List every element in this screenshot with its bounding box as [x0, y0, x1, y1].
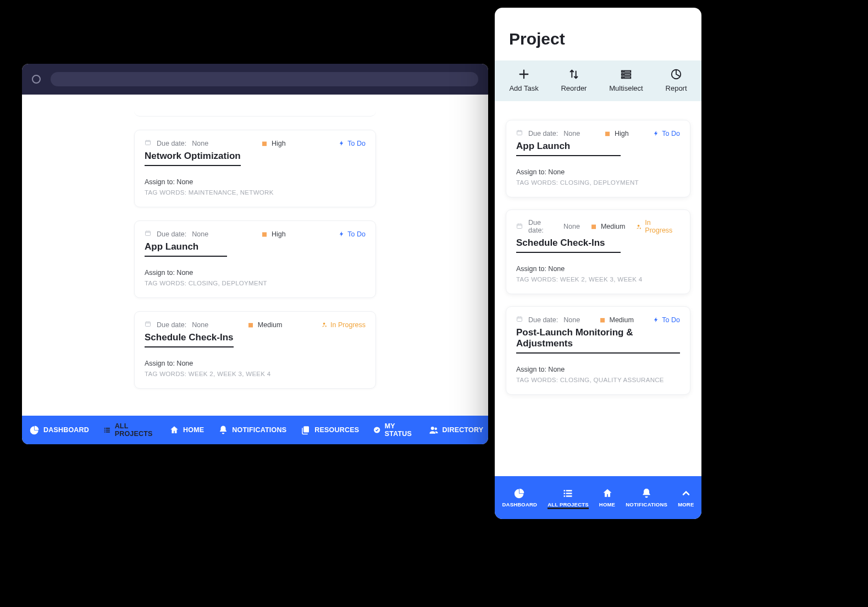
task-card[interactable]: Due date: None≣MediumIn ProgressSchedule… — [134, 311, 376, 389]
due-date-value: None — [192, 140, 208, 147]
nav-item-home[interactable]: HOME — [169, 425, 204, 435]
desktop-content: Due date: None≣HighTo DoNetwork Optimiza… — [22, 95, 488, 416]
calendar-icon — [145, 321, 151, 329]
task-title: Schedule Check-Ins — [145, 332, 234, 347]
nav-item-directory[interactable]: DIRECTORY — [429, 425, 484, 435]
mobile-task-list: Due date: None≣HighTo DoApp LaunchAssign… — [495, 101, 701, 476]
user-progress-icon — [322, 322, 328, 328]
priority-value: High — [272, 230, 286, 238]
nav-item-my-status[interactable]: MY STATUS — [373, 422, 414, 438]
due-date-value: None — [563, 316, 580, 324]
action-label: Multiselect — [609, 84, 643, 92]
priority-value: Medium — [258, 321, 282, 329]
list-icon — [562, 488, 573, 499]
list-icon — [103, 425, 111, 435]
task-title: Post-Launch Monitoring & Adjustments — [516, 327, 680, 354]
home-icon — [602, 488, 613, 499]
browser-chrome — [22, 64, 488, 95]
task-card[interactable]: Due date: None≣HighTo DoNetwork Optimiza… — [134, 130, 376, 207]
action-label: Report — [666, 84, 687, 92]
priority-value: Medium — [610, 316, 634, 324]
bolt-icon — [653, 130, 659, 136]
priority-icon: ≣ — [262, 230, 266, 238]
assign-row: Assign to: None — [516, 265, 680, 273]
tags-row: TAG WORDS: CLOSING, QUALITY ASSURANCE — [516, 377, 680, 383]
assign-row: Assign to: None — [145, 178, 366, 186]
mnav-label: ALL PROJECTS — [548, 501, 589, 507]
nav-item-all-projects[interactable]: ALL PROJECTS — [103, 422, 155, 438]
due-date-label: Due date: — [157, 321, 186, 329]
priority-icon: ≣ — [591, 223, 595, 230]
mobile-action-bar: Add TaskReorderMultiselectReport — [495, 60, 701, 101]
calendar-icon — [516, 129, 523, 137]
assign-row: Assign to: None — [516, 168, 680, 176]
status-badge: To Do — [653, 316, 680, 324]
copy-icon — [301, 425, 311, 435]
mnav-item-notifications[interactable]: NOTIFICATIONS — [626, 488, 667, 507]
nav-label: DIRECTORY — [443, 426, 484, 434]
nav-label: RESOURCES — [314, 426, 359, 434]
status-badge: To Do — [653, 130, 680, 137]
nav-label: DASHBOARD — [43, 426, 89, 434]
action-add-task[interactable]: Add Task — [509, 68, 538, 92]
calendar-icon — [145, 139, 151, 147]
desktop-task-list: Due date: None≣HighTo DoNetwork Optimiza… — [134, 102, 376, 389]
pie-icon — [670, 68, 682, 80]
bell-icon — [641, 488, 652, 499]
chart-pie-icon — [30, 425, 40, 435]
task-card[interactable]: Due date: None≣HighTo DoApp LaunchAssign… — [506, 120, 690, 197]
task-title: App Launch — [516, 141, 621, 156]
user-progress-icon — [636, 224, 642, 230]
nav-item-notifications[interactable]: NOTIFICATIONS — [218, 425, 286, 435]
bolt-icon — [339, 231, 345, 237]
mobile-frame: Project Add TaskReorderMultiselectReport… — [495, 8, 701, 519]
nav-item-resources[interactable]: RESOURCES — [301, 425, 359, 435]
status-text: In Progress — [330, 321, 366, 329]
assign-row: Assign to: None — [516, 366, 680, 373]
plus-icon — [518, 68, 530, 80]
mnav-label: NOTIFICATIONS — [626, 501, 667, 507]
desktop-bottom-nav: DASHBOARDALL PROJECTSHOMENOTIFICATIONSRE… — [22, 416, 488, 444]
nav-label: HOME — [183, 426, 204, 434]
mnav-label: HOME — [599, 501, 615, 507]
priority-value: High — [272, 140, 286, 147]
bell-icon — [218, 425, 228, 435]
calendar-icon — [516, 316, 523, 324]
mnav-label: MORE — [678, 501, 694, 507]
mobile-header: Project — [495, 8, 701, 60]
tags-row: TAG WORDS: WEEK 2, WEEK 3, WEEK 4 — [145, 371, 366, 377]
mnav-item-dashboard[interactable]: DASHBOARD — [502, 488, 538, 507]
chart-pie-icon — [514, 488, 525, 499]
browser-menu-dot[interactable] — [32, 75, 41, 84]
due-date-value: None — [563, 223, 580, 230]
nav-item-dashboard[interactable]: DASHBOARD — [30, 425, 89, 435]
action-multiselect[interactable]: Multiselect — [609, 68, 643, 92]
due-date-label: Due date: — [528, 219, 558, 234]
tags-row: TAG WORDS: CLOSING, DEPLOYMENT — [145, 280, 366, 286]
task-card[interactable]: Due date: None≣MediumTo DoPost-Launch Mo… — [506, 306, 690, 395]
due-date-value: None — [192, 321, 208, 329]
bolt-icon — [653, 317, 659, 323]
task-card[interactable]: Due date: None≣HighTo DoApp LaunchAssign… — [134, 220, 376, 298]
task-title: Network Optimization — [145, 151, 241, 166]
priority-icon: ≣ — [248, 321, 252, 329]
status-text: To Do — [347, 230, 366, 238]
priority-icon: ≣ — [600, 316, 604, 324]
status-text: To Do — [662, 316, 680, 324]
action-reorder[interactable]: Reorder — [561, 68, 587, 92]
browser-url-bar[interactable] — [51, 72, 478, 86]
action-report[interactable]: Report — [666, 68, 687, 92]
mobile-bottom-nav: DASHBOARDALL PROJECTSHOMENOTIFICATIONSMO… — [495, 476, 701, 519]
mnav-item-home[interactable]: HOME — [599, 488, 615, 507]
mnav-item-all-projects[interactable]: ALL PROJECTS — [548, 488, 589, 509]
task-title: Schedule Check-Ins — [516, 238, 621, 253]
priority-value: Medium — [601, 223, 625, 230]
nav-label: NOTIFICATIONS — [232, 426, 286, 434]
assign-row: Assign to: None — [145, 360, 366, 367]
status-badge: To Do — [339, 140, 366, 147]
task-card[interactable]: Due date: None≣MediumIn ProgressSchedule… — [506, 209, 690, 294]
mnav-item-more[interactable]: MORE — [678, 488, 694, 507]
mnav-label: DASHBOARD — [502, 501, 538, 507]
status-badge: To Do — [339, 230, 366, 238]
priority-icon: ≣ — [262, 140, 266, 147]
